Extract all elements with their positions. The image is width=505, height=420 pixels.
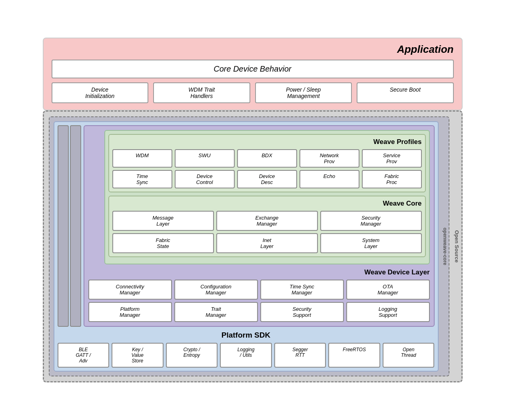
profile-network-prov: NetworkProv bbox=[299, 149, 359, 168]
application-layer: Application Core Device Behavior DeviceI… bbox=[43, 38, 463, 110]
indent-strip-2 bbox=[70, 125, 81, 327]
device-logging-support: LoggingSupport bbox=[346, 302, 430, 322]
sdk-crypto-entropy: Crypto /Entropy bbox=[166, 343, 218, 368]
profile-fabric-proc: FabricProc bbox=[362, 170, 422, 188]
purple-mid-layer: Weave Profiles WDM SWU BDX NetworkProv S… bbox=[84, 125, 435, 327]
sdk-key-value-store: Key /ValueStore bbox=[112, 343, 164, 368]
platform-sdk-section: Platform SDK BLEGATT /Adv Key /ValueStor… bbox=[58, 331, 435, 368]
indent-strip-1 bbox=[58, 125, 69, 327]
weave-core-grid: MessageLayer ExchangeManager SecurityMan… bbox=[112, 211, 422, 253]
weave-device-layer-section: Weave Device Layer ConnectivityManager C… bbox=[88, 268, 430, 322]
core-security-manager: SecurityManager bbox=[320, 211, 422, 231]
core-inet-layer: InetLayer bbox=[216, 233, 318, 253]
content-with-indent: Weave Profiles WDM SWU BDX NetworkProv S… bbox=[58, 125, 435, 327]
green-content-area: Weave Profiles WDM SWU BDX NetworkProv S… bbox=[104, 130, 430, 264]
wdm-trait-handlers-box: WDM TraitHandlers bbox=[153, 82, 250, 103]
profile-echo: Echo bbox=[299, 170, 359, 188]
weave-profiles-section: Weave Profiles WDM SWU BDX NetworkProv S… bbox=[108, 134, 426, 192]
core-fabric-state: FabricState bbox=[112, 233, 214, 253]
weave-profiles-grid: WDM SWU BDX NetworkProv ServiceProv Time… bbox=[112, 149, 422, 188]
indent-strips bbox=[58, 125, 81, 327]
device-ota-manager: OTAManager bbox=[346, 280, 430, 300]
core-message-layer: MessageLayer bbox=[112, 211, 214, 231]
sdk-ble-gatt: BLEGATT /Adv bbox=[58, 343, 110, 368]
core-device-behavior: Core Device Behavior bbox=[52, 60, 454, 78]
device-platform-manager: PlatformManager bbox=[88, 302, 172, 322]
device-connectivity-manager: ConnectivityManager bbox=[88, 280, 172, 300]
sdk-segger-rtt: SeggerRTT bbox=[274, 343, 326, 368]
platform-sdk-grid: BLEGATT /Adv Key /ValueStore Crypto /Ent… bbox=[58, 343, 435, 368]
device-security-support: SecuritySupport bbox=[260, 302, 344, 322]
openweave-core-container: openweave-core bbox=[49, 116, 449, 376]
openweave-core-label: openweave-core bbox=[442, 228, 448, 265]
sdk-logging-utils: Logging/ Utils bbox=[220, 343, 272, 368]
device-configuration-manager: ConfigurationManager bbox=[174, 280, 258, 300]
core-exchange-manager: ExchangeManager bbox=[216, 211, 318, 231]
profile-device-control: DeviceControl bbox=[175, 170, 235, 188]
app-sub-boxes: DeviceInitialization WDM TraitHandlers P… bbox=[52, 82, 454, 103]
blue-layer: Weave Profiles WDM SWU BDX NetworkProv S… bbox=[54, 121, 439, 372]
open-source-label: Open Source bbox=[454, 230, 460, 263]
weave-core-section: Weave Core MessageLayer ExchangeManager … bbox=[108, 196, 426, 257]
profile-wdm: WDM bbox=[112, 149, 172, 168]
open-source-container: Open Source openweave-core bbox=[43, 110, 463, 382]
core-system-layer: SystemLayer bbox=[320, 233, 422, 253]
power-sleep-management-box: Power / SleepManagement bbox=[255, 82, 352, 103]
weave-device-layer-title: Weave Device Layer bbox=[88, 268, 430, 276]
sdk-open-thread: OpenThread bbox=[383, 343, 435, 368]
profile-bdx: BDX bbox=[237, 149, 297, 168]
profile-service-prov: ServiceProv bbox=[362, 149, 422, 168]
weave-profiles-title: Weave Profiles bbox=[112, 138, 422, 146]
profile-device-desc: DeviceDesc bbox=[237, 170, 297, 188]
weave-core-title: Weave Core bbox=[112, 200, 422, 208]
weave-device-grid: ConnectivityManager ConfigurationManager… bbox=[88, 280, 430, 322]
right-content: Weave Profiles WDM SWU BDX NetworkProv S… bbox=[84, 125, 435, 327]
device-trait-manager: TraitManager bbox=[174, 302, 258, 322]
application-title: Application bbox=[52, 43, 454, 56]
device-initialization-box: DeviceInitialization bbox=[52, 82, 149, 103]
platform-sdk-title: Platform SDK bbox=[58, 331, 435, 340]
secure-boot-box: Secure Boot bbox=[357, 82, 454, 103]
device-time-sync-manager: Time SyncManager bbox=[260, 280, 344, 300]
profile-time-sync: TimeSync bbox=[112, 170, 172, 188]
sdk-freertos: FreeRTOS bbox=[328, 343, 380, 368]
profile-swu: SWU bbox=[175, 149, 235, 168]
